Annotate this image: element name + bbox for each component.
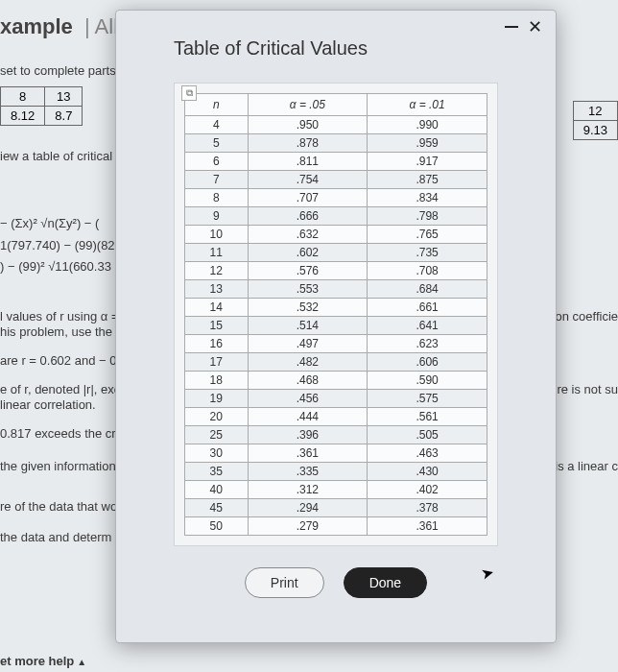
- critical-values-table: n α = .05 α = .01 4.950.9905.878.9596.81…: [184, 93, 487, 536]
- bg-text: ere is not su: [550, 382, 618, 396]
- table-row: 45.294.378: [185, 499, 487, 517]
- bg-math: − (Σx)² √n(Σy²) − (: [0, 216, 99, 230]
- cell: 9.13: [573, 121, 617, 140]
- table-row: 10.632.765: [185, 226, 487, 244]
- table-row: 6.811.917: [185, 153, 487, 171]
- cell: .661: [368, 299, 487, 317]
- cell: .468: [248, 372, 368, 390]
- bg-math: ) − (99)² √11(660.33: [0, 259, 111, 274]
- table-row: 16.497.623: [185, 335, 487, 353]
- cell: .279: [248, 517, 368, 536]
- close-icon[interactable]: ✕: [528, 20, 542, 34]
- cell: 10: [185, 226, 249, 244]
- bg-mini-table: 813 8.128.7: [0, 86, 83, 126]
- cell: .378: [368, 499, 487, 517]
- table-container: n α = .05 α = .01 4.950.9905.878.9596.81…: [174, 83, 498, 546]
- bg-text: the data and determ: [0, 530, 111, 544]
- cell: .666: [248, 207, 368, 226]
- table-row: 5.878.959: [185, 134, 487, 153]
- cell: 25: [185, 426, 249, 444]
- cell: 45: [185, 499, 249, 517]
- cell: .553: [248, 280, 368, 299]
- cell: 9: [185, 207, 249, 226]
- bg-text: e of r, denoted |r|, exc: [0, 382, 120, 396]
- bg-text: l values of r using α =: [0, 309, 119, 324]
- col-alpha-05: α = .05: [248, 94, 368, 116]
- table-row: 19.456.575: [185, 390, 487, 408]
- cell: .990: [368, 116, 487, 134]
- table-row: 12.576.708: [185, 262, 487, 280]
- cell: .575: [368, 390, 487, 408]
- table-row: 9.666.798: [185, 207, 487, 226]
- done-button[interactable]: Done: [344, 567, 427, 598]
- cell: .708: [368, 262, 487, 280]
- page-header: xample | All: [0, 14, 118, 39]
- cell: .444: [248, 408, 368, 426]
- cell: .576: [248, 262, 368, 280]
- table-row: 25.396.505: [185, 426, 487, 444]
- bg-right-table: 12 9.13: [573, 101, 618, 140]
- cell: .917: [368, 153, 487, 171]
- copy-icon[interactable]: ⧉: [181, 85, 197, 101]
- table-row: 20.444.561: [185, 408, 487, 426]
- cell: .765: [368, 226, 487, 244]
- cell: .632: [248, 226, 368, 244]
- table-row: 50.279.361: [185, 517, 487, 536]
- cell: .402: [368, 481, 487, 499]
- bg-text: re of the data that wo: [0, 499, 117, 514]
- cell: .798: [368, 207, 487, 226]
- header-title: xample: [0, 14, 73, 38]
- cell: .707: [248, 189, 368, 207]
- critical-values-modal: ✕ Table of Critical Values ⧉ n α = .05 α…: [115, 10, 557, 643]
- cell: 17: [185, 353, 249, 372]
- cell: 20: [185, 408, 249, 426]
- cell: .312: [248, 481, 368, 499]
- cell: .497: [248, 335, 368, 353]
- table-row: 8.707.834: [185, 189, 487, 207]
- print-button[interactable]: Print: [245, 567, 324, 598]
- table-row: 4.950.990: [185, 116, 487, 134]
- modal-title: Table of Critical Values: [116, 11, 556, 60]
- table-row: 13.553.684: [185, 280, 487, 299]
- cell: .623: [368, 335, 487, 353]
- caret-up-icon: ▲: [74, 657, 86, 667]
- table-row: 17.482.606: [185, 353, 487, 372]
- table-row: 14.532.661: [185, 299, 487, 317]
- cell: .514: [248, 317, 368, 335]
- cell: 11: [185, 244, 249, 262]
- cell: .396: [248, 426, 368, 444]
- cell: 6: [185, 153, 249, 171]
- cell: .361: [368, 517, 487, 536]
- table-row: 40.312.402: [185, 481, 487, 499]
- cell: .606: [368, 353, 487, 372]
- bg-text: is a linear c: [555, 459, 618, 473]
- cell: 13: [45, 87, 83, 107]
- cell: 8.12: [1, 107, 45, 126]
- cell: .335: [248, 463, 368, 481]
- bg-text: are r = 0.602 and − 0.: [0, 353, 120, 368]
- cell: 12: [185, 262, 249, 280]
- cell: 13: [185, 280, 249, 299]
- header-all: | All: [79, 14, 118, 38]
- cell: 18: [185, 372, 249, 390]
- bg-text: his problem, use the t: [0, 324, 119, 339]
- minimize-icon[interactable]: [505, 26, 518, 28]
- table-row: 18.468.590: [185, 372, 487, 390]
- cell: .811: [248, 153, 368, 171]
- bg-math: 1(797.740) − (99)(82.: [0, 238, 118, 252]
- cell: .361: [248, 444, 368, 463]
- cell: .754: [248, 171, 368, 189]
- table-row: 7.754.875: [185, 171, 487, 189]
- cell: 7: [185, 171, 249, 189]
- cell: .684: [368, 280, 487, 299]
- cell: 15: [185, 317, 249, 335]
- cell: .834: [368, 189, 487, 207]
- cell: 40: [185, 481, 249, 499]
- table-row: 11.602.735: [185, 244, 487, 262]
- get-more-help[interactable]: et more help▲: [0, 654, 86, 668]
- bg-text: linear correlation.: [0, 397, 96, 412]
- cell: .602: [248, 244, 368, 262]
- bg-text: ion coefficie: [553, 309, 618, 324]
- cell: 16: [185, 335, 249, 353]
- cell: .505: [368, 426, 487, 444]
